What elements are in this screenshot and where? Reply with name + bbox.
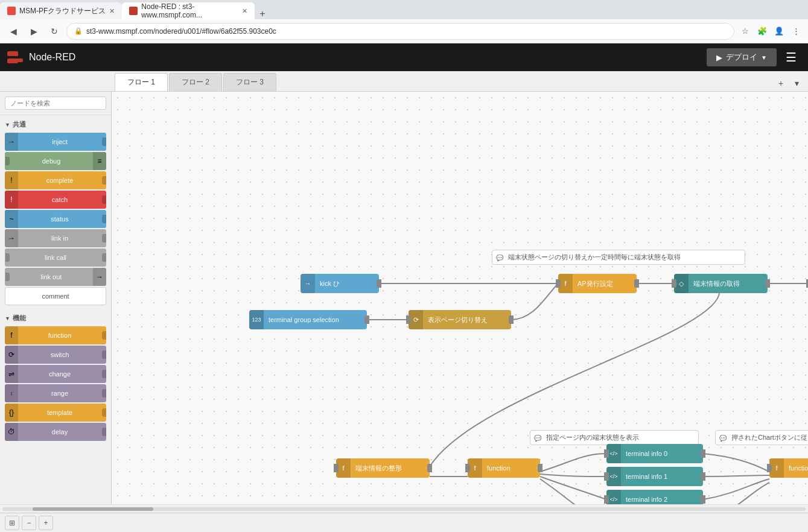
tab-msm-close[interactable]: ✕ — [109, 7, 115, 15]
palette-node-template[interactable]: {} template — [5, 404, 106, 422]
flow-menu-button[interactable]: ▾ — [790, 77, 803, 90]
canvas-node-terminal-get[interactable]: ◇ 端末情報の取得 — [674, 274, 768, 293]
lock-icon: 🔒 — [74, 27, 83, 35]
browser-tab-msm[interactable]: MSM-PFクラウドサービス ✕ — [0, 2, 122, 19]
template-label: template — [18, 409, 101, 416]
ap-config-port-right — [634, 279, 639, 288]
link-call-port-left — [5, 249, 10, 267]
terminal-info-1-label: terminal info 1 — [621, 473, 703, 480]
canvas-node-function3[interactable]: f function — [769, 458, 808, 478]
tab-nr-label: Node-RED : st3-www.msmpf.com... — [141, 2, 238, 19]
nodered-main: ▼ 共通 → inject debug ≡ ! complete — [0, 92, 808, 504]
term-format-label: 端末情報の整形 — [351, 464, 430, 473]
flow-canvas[interactable]: 端末状態ページの切り替えか一定時間毎に端末状態を取得 → kick ひ f AP… — [112, 92, 808, 504]
canvas-node-term-group[interactable]: 123 terminal group selection — [249, 310, 367, 329]
palette-node-switch[interactable]: ⟳ switch — [5, 346, 106, 364]
complete-port-right — [101, 171, 106, 189]
extensions-button[interactable]: 🧩 — [755, 24, 769, 39]
catch-icon: ! — [5, 191, 18, 209]
palette-node-status[interactable]: ~ status — [5, 210, 106, 228]
switch-label: switch — [18, 351, 101, 358]
term-group-icon: 123 — [249, 310, 264, 329]
nav-right-buttons: ☆ 🧩 👤 ⋮ — [738, 24, 803, 39]
svg-rect-1 — [13, 59, 23, 62]
browser-tabs: MSM-PFクラウドサービス ✕ Node-RED : st3-www.msmp… — [0, 0, 808, 19]
refresh-button[interactable]: ↻ — [46, 23, 63, 40]
new-tab-button[interactable]: + — [255, 8, 270, 19]
debug-label: debug — [10, 157, 93, 165]
palette-node-inject[interactable]: → inject — [5, 133, 106, 151]
palette-node-range[interactable]: ↕ range — [5, 384, 106, 402]
flow-tab-3[interactable]: フロー 3 — [223, 73, 276, 91]
delay-label: delay — [18, 428, 101, 435]
palette-node-change[interactable]: ⇌ change — [5, 365, 106, 383]
deploy-button[interactable]: ▶ デプロイ ▼ — [707, 48, 777, 66]
inject-icon: → — [5, 133, 18, 151]
canvas-connections — [112, 92, 808, 504]
palette-node-link-in[interactable]: → link in — [5, 229, 106, 247]
palette-node-complete[interactable]: ! complete — [5, 171, 106, 189]
flow-tab-2[interactable]: フロー 2 — [169, 73, 222, 91]
link-call-port-right — [101, 249, 106, 267]
terminal-get-label: 端末情報の取得 — [689, 279, 768, 288]
bookmark-star-button[interactable]: ☆ — [738, 24, 752, 39]
flow-tab-controls: + ▾ — [774, 77, 808, 91]
bottom-left-controls: ⊞ − + — [5, 516, 53, 530]
toggle-sidebar-button[interactable]: ⊞ — [5, 516, 19, 530]
address-bar[interactable]: 🔒 st3-www.msmpf.com/nodered/u001/#flow/6… — [66, 23, 734, 40]
zoom-in-button[interactable]: + — [39, 516, 53, 530]
palette-node-debug[interactable]: debug ≡ — [5, 152, 106, 170]
change-icon: ⇌ — [5, 365, 18, 383]
back-button[interactable]: ◀ — [5, 23, 22, 40]
palette-node-function[interactable]: f function — [5, 326, 106, 344]
debug-icon: ≡ — [93, 152, 106, 170]
page-switch-port-left — [406, 315, 411, 324]
tab-msm-label: MSM-PFクラウドサービス — [19, 6, 106, 16]
canvas-node-function2[interactable]: f function — [468, 458, 540, 478]
scrollbar-thumb[interactable] — [33, 507, 153, 511]
palette-section-function-header[interactable]: ▼ 機能 — [0, 311, 111, 325]
canvas-node-terminal-info-0[interactable]: </> terminal info 0 — [606, 444, 703, 463]
deploy-dropdown-icon: ▼ — [761, 54, 767, 61]
tab-nr-close[interactable]: ✕ — [242, 7, 247, 15]
flow-tabs-bar: フロー 1 フロー 2 フロー 3 + ▾ — [0, 71, 808, 92]
section-function-label: 機能 — [13, 314, 26, 323]
palette-node-catch[interactable]: ! catch — [5, 191, 106, 209]
function3-port-left — [767, 464, 772, 472]
canvas-node-term-format[interactable]: f 端末情報の整形 — [336, 458, 430, 478]
palette-node-link-out[interactable]: link out → — [5, 268, 106, 286]
main-menu-button[interactable]: ☰ — [781, 48, 801, 67]
canvas-node-kick[interactable]: → kick ひ — [301, 274, 379, 293]
add-flow-button[interactable]: + — [774, 77, 787, 90]
palette-node-delay[interactable]: ⏱ delay — [5, 423, 106, 441]
horizontal-scrollbar[interactable] — [0, 504, 808, 513]
canvas-node-page-switch[interactable]: ⟳ 表示ページ切り替え — [409, 310, 511, 329]
link-in-label: link in — [18, 235, 101, 242]
flow-tab-1[interactable]: フロー 1 — [115, 73, 168, 91]
palette-section-function: ▼ 機能 f function ⟳ switch ⇌ change — [0, 309, 111, 445]
link-out-icon: → — [93, 268, 106, 286]
terminal-info-0-port-left — [604, 449, 609, 458]
palette-section-common-header[interactable]: ▼ 共通 — [0, 118, 111, 131]
browser-tab-nr[interactable]: Node-RED : st3-www.msmpf.com... ✕ — [122, 2, 255, 19]
canvas-node-terminal-info-1[interactable]: </> terminal info 1 — [606, 467, 703, 486]
canvas-node-ap-config[interactable]: f AP発行設定 — [558, 274, 637, 293]
node-search-input[interactable] — [5, 97, 106, 110]
palette-node-comment[interactable]: comment — [5, 287, 106, 305]
link-call-label: link call — [10, 254, 101, 261]
palette-node-link-call[interactable]: link call — [5, 249, 106, 267]
function2-port-right — [538, 464, 542, 472]
kick-icon: → — [301, 274, 315, 293]
function2-port-left — [465, 464, 470, 472]
catch-port-right — [101, 191, 106, 209]
switch-icon: ⟳ — [5, 346, 18, 364]
nr-favicon — [129, 7, 138, 15]
zoom-out-button[interactable]: − — [22, 516, 36, 530]
nodered-logo: Node-RED — [7, 49, 75, 66]
deploy-icon: ▶ — [716, 53, 722, 62]
terminal-info-1-port-left — [604, 472, 609, 481]
forward-button[interactable]: ▶ — [25, 23, 42, 40]
profile-button[interactable]: 👤 — [772, 24, 786, 39]
more-button[interactable]: ⋮ — [789, 24, 803, 39]
canvas-node-terminal-info-2[interactable]: </> terminal info 2 — [606, 490, 703, 504]
